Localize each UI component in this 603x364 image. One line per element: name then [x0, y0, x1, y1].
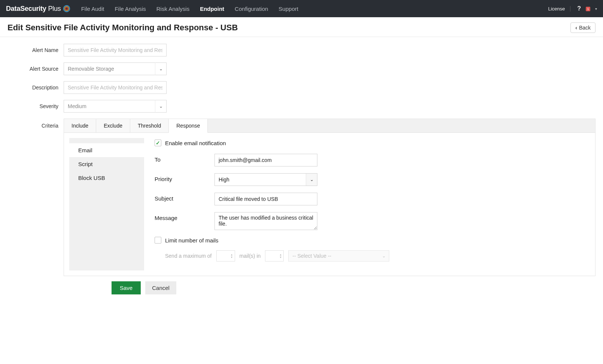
label-message: Message	[155, 212, 214, 221]
row-alert-source: Alert Source Removable Storage ⌄	[7, 62, 596, 75]
tab-include[interactable]: Include	[64, 119, 96, 132]
svg-point-1	[64, 7, 68, 11]
input-subject[interactable]	[214, 193, 317, 205]
label-enable-email: Enable email notification	[165, 140, 226, 146]
tab-exclude[interactable]: Exclude	[96, 119, 130, 132]
page-title: Edit Sensitive File Activity Monitoring …	[7, 23, 238, 33]
input-max-mails[interactable]: ▲▼	[216, 250, 235, 261]
label-to: To	[155, 154, 214, 163]
nav-endpoint[interactable]: Endpoint	[200, 6, 224, 12]
chevron-down-icon: ⌄	[306, 174, 317, 186]
nav-file-analysis[interactable]: File Analysis	[115, 6, 146, 12]
save-button[interactable]: Save	[112, 281, 141, 294]
nav-risk-analysis[interactable]: Risk Analysis	[156, 6, 189, 12]
nav-right: License ? 1 ▾	[548, 5, 597, 12]
select-alert-source-value: Removable Storage	[64, 66, 118, 72]
top-nav: DataSecurity Plus File Audit File Analys…	[0, 0, 603, 17]
criteria-panel: Include Exclude Threshold Response Email…	[64, 119, 596, 276]
brand-logo-icon	[63, 4, 71, 13]
row-to: To	[155, 154, 585, 166]
page-header: Edit Sensitive File Activity Monitoring …	[0, 17, 603, 37]
row-priority: Priority High ⌄	[155, 173, 585, 186]
label-limit-mails: Limit number of mails	[165, 237, 219, 244]
cancel-button[interactable]: Cancel	[145, 281, 176, 294]
back-label: Back	[579, 25, 591, 31]
label-alert-source: Alert Source	[7, 66, 64, 72]
row-severity: Severity Medium ⌄	[7, 100, 596, 113]
label-criteria: Criteria	[7, 119, 64, 276]
response-side-tabs: Email Script Block USB	[69, 138, 144, 270]
user-menu[interactable]: ▾	[594, 7, 597, 11]
chevron-left-icon: ‹	[575, 25, 577, 31]
nav-file-audit[interactable]: File Audit	[81, 6, 104, 12]
select-priority[interactable]: High ⌄	[214, 173, 317, 186]
textarea-message[interactable]	[214, 212, 317, 230]
label-alert-name: Alert Name	[7, 47, 64, 53]
side-tab-script[interactable]: Script	[69, 157, 144, 171]
select-alert-source[interactable]: Removable Storage ⌄	[64, 62, 167, 75]
arrow-down-icon: ▼	[279, 256, 282, 259]
tab-bar-filler	[208, 119, 595, 132]
limit-section: Limit number of mails Send a maximum of …	[155, 237, 585, 261]
input-description[interactable]	[64, 81, 167, 94]
checkbox-limit-mails[interactable]	[155, 237, 161, 244]
chevron-down-icon: ⌄	[378, 254, 389, 259]
row-subject: Subject	[155, 193, 585, 205]
form-footer: Save Cancel	[112, 281, 596, 294]
input-mails-in[interactable]: ▲▼	[265, 250, 284, 261]
limit-text-prefix: Send a maximum of	[165, 253, 212, 259]
arrow-down-icon: ▼	[231, 256, 233, 259]
select-limit-unit[interactable]: -- Select Value -- ⌄	[288, 250, 389, 261]
notification-badge: 1	[586, 7, 590, 11]
arrow-up-icon: ▲	[279, 253, 282, 256]
form-wrap: Alert Name Alert Source Removable Storag…	[0, 37, 603, 301]
select-limit-unit-value: -- Select Value --	[289, 253, 378, 259]
side-tab-block-usb[interactable]: Block USB	[69, 171, 144, 185]
label-severity: Severity	[7, 103, 64, 109]
chevron-down-icon: ⌄	[155, 100, 166, 113]
tab-threshold[interactable]: Threshold	[130, 119, 169, 132]
svg-point-2	[66, 7, 68, 10]
row-message: Message	[155, 212, 585, 230]
brand[interactable]: DataSecurity Plus	[6, 4, 71, 13]
input-to[interactable]	[214, 154, 317, 166]
criteria-section: Criteria Include Exclude Threshold Respo…	[7, 119, 596, 276]
side-tab-email[interactable]: Email	[69, 143, 144, 157]
tab-response[interactable]: Response	[169, 119, 208, 133]
select-severity-value: Medium	[64, 103, 90, 109]
checkbox-enable-email[interactable]	[155, 140, 161, 146]
row-limit-mails: Limit number of mails	[155, 237, 585, 244]
label-description: Description	[7, 85, 64, 91]
label-priority: Priority	[155, 173, 214, 182]
input-alert-name[interactable]	[64, 44, 167, 56]
license-link[interactable]: License	[548, 6, 570, 12]
brand-text: DataSecurity Plus	[6, 5, 61, 13]
back-button[interactable]: ‹ Back	[570, 22, 596, 33]
row-enable-email: Enable email notification	[155, 140, 585, 146]
nav-items: File Audit File Analysis Risk Analysis E…	[81, 6, 548, 12]
nav-support[interactable]: Support	[278, 6, 298, 12]
chevron-down-icon: ▾	[595, 7, 597, 11]
nav-configuration[interactable]: Configuration	[235, 6, 268, 12]
limit-text-mid: mail(s) in	[240, 253, 261, 259]
response-panel: Email Script Block USB Enable email noti…	[64, 133, 596, 276]
chevron-down-icon: ⌄	[155, 62, 166, 75]
label-subject: Subject	[155, 193, 214, 202]
response-form: Enable email notification To Priority Hi…	[144, 133, 595, 276]
row-alert-name: Alert Name	[7, 44, 596, 56]
row-description: Description	[7, 81, 596, 94]
criteria-tabs: Include Exclude Threshold Response	[64, 119, 596, 133]
help-icon[interactable]: ?	[577, 5, 581, 12]
limit-controls: Send a maximum of ▲▼ mail(s) in ▲▼ -- Se…	[165, 250, 585, 261]
select-severity[interactable]: Medium ⌄	[64, 100, 167, 113]
arrow-up-icon: ▲	[231, 253, 233, 256]
select-priority-value: High	[215, 174, 306, 186]
